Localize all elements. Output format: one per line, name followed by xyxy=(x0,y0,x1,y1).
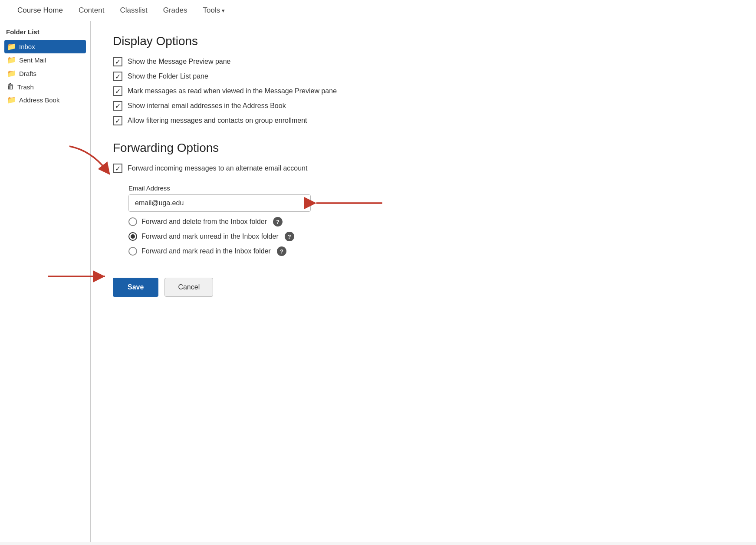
folder-icon-inbox: 📁 xyxy=(7,42,16,51)
folder-address-book[interactable]: 📁 Address Book xyxy=(4,93,86,107)
email-input-wrapper xyxy=(113,194,311,212)
chevron-down-icon: ▾ xyxy=(222,7,225,14)
arrow-annotation-email xyxy=(313,197,387,210)
main-layout: Folder List 📁 Inbox 📁 Sent Mail 📁 Drafts… xyxy=(0,21,756,542)
display-option-4: ✓ Show internal email addresses in the A… xyxy=(113,101,734,111)
help-icon-3[interactable]: ? xyxy=(277,246,286,256)
checkbox-4[interactable]: ✓ xyxy=(113,101,122,111)
forwarding-options-heading: Forwarding Options xyxy=(113,141,734,155)
folder-icon-sent: 📁 xyxy=(7,56,16,65)
display-option-label-3: Mark messages as read when viewed in the… xyxy=(128,87,337,95)
nav-grades[interactable]: Grades xyxy=(163,6,187,15)
display-option-label-2: Show the Folder List pane xyxy=(128,72,208,80)
folder-icon-drafts: 📁 xyxy=(7,69,16,78)
display-options-heading: Display Options xyxy=(113,34,734,48)
nav-content[interactable]: Content xyxy=(79,6,105,15)
radio-option-1: Forward and delete from the Inbox folder… xyxy=(128,217,734,227)
radio-option-3: Forward and mark read in the Inbox folde… xyxy=(128,246,734,256)
forward-checkbox[interactable]: ✓ xyxy=(113,164,122,173)
nav-tools[interactable]: Tools ▾ xyxy=(203,6,225,15)
radio-1[interactable] xyxy=(128,217,137,226)
nav-classlist[interactable]: Classlist xyxy=(120,6,147,15)
display-option-1: ✓ Show the Message Preview pane xyxy=(113,57,734,66)
radio-label-1: Forward and delete from the Inbox folder xyxy=(141,218,267,226)
folder-icon-address: 📁 xyxy=(7,95,16,105)
button-row: Save Cancel xyxy=(113,278,213,297)
display-option-5: ✓ Allow filtering messages and contacts … xyxy=(113,116,734,125)
content-area: Display Options ✓ Show the Message Previ… xyxy=(91,21,756,542)
nav-course-home[interactable]: Course Home xyxy=(17,6,63,15)
display-option-3: ✓ Mark messages as read when viewed in t… xyxy=(113,86,734,96)
display-option-label-5: Allow filtering messages and contacts on… xyxy=(128,117,307,125)
folder-sent-mail[interactable]: 📁 Sent Mail xyxy=(4,53,86,67)
folder-label-trash: Trash xyxy=(17,83,34,91)
forward-checkbox-label: Forward incoming messages to an alternat… xyxy=(128,164,307,172)
folder-label-inbox: Inbox xyxy=(19,43,35,50)
radio-label-3: Forward and mark read in the Inbox folde… xyxy=(141,247,271,255)
sidebar-title: Folder List xyxy=(4,28,86,36)
cancel-button[interactable]: Cancel xyxy=(164,278,213,297)
checkbox-1[interactable]: ✓ xyxy=(113,57,122,66)
checkbox-3[interactable]: ✓ xyxy=(113,86,122,96)
email-input[interactable] xyxy=(128,194,311,212)
display-option-2: ✓ Show the Folder List pane xyxy=(113,72,734,81)
folder-trash[interactable]: 🗑 Trash xyxy=(4,80,86,93)
radio-2[interactable] xyxy=(128,232,137,241)
display-option-label-4: Show internal email addresses in the Add… xyxy=(128,102,286,110)
checkbox-2[interactable]: ✓ xyxy=(113,72,122,81)
folder-inbox[interactable]: 📁 Inbox xyxy=(4,40,86,53)
forwarding-section: Forwarding Options ✓ Forward incoming me… xyxy=(113,141,734,256)
radio-option-2: Forward and mark unread in the Inbox fol… xyxy=(128,232,734,241)
forwarding-checkbox-wrapper: ✓ Forward incoming messages to an altern… xyxy=(113,164,307,178)
help-icon-1[interactable]: ? xyxy=(273,217,283,227)
radio-label-2: Forward and mark unread in the Inbox fol… xyxy=(141,233,279,240)
email-address-label: Email Address xyxy=(128,184,734,192)
help-icon-2[interactable]: ? xyxy=(285,232,294,241)
folder-label-drafts: Drafts xyxy=(19,70,36,77)
save-button[interactable]: Save xyxy=(113,278,158,297)
folder-drafts[interactable]: 📁 Drafts xyxy=(4,67,86,80)
checkbox-5[interactable]: ✓ xyxy=(113,116,122,125)
radio-3[interactable] xyxy=(128,247,137,256)
button-row-wrapper: Save Cancel xyxy=(113,256,213,297)
folder-label-sent: Sent Mail xyxy=(19,56,46,64)
top-nav: Course Home Content Classlist Grades Too… xyxy=(0,0,756,21)
display-option-label-1: Show the Message Preview pane xyxy=(128,58,230,66)
sidebar: Folder List 📁 Inbox 📁 Sent Mail 📁 Drafts… xyxy=(0,21,91,542)
folder-label-address: Address Book xyxy=(19,96,59,104)
forward-checkbox-row: ✓ Forward incoming messages to an altern… xyxy=(113,164,307,173)
trash-icon: 🗑 xyxy=(7,82,14,91)
